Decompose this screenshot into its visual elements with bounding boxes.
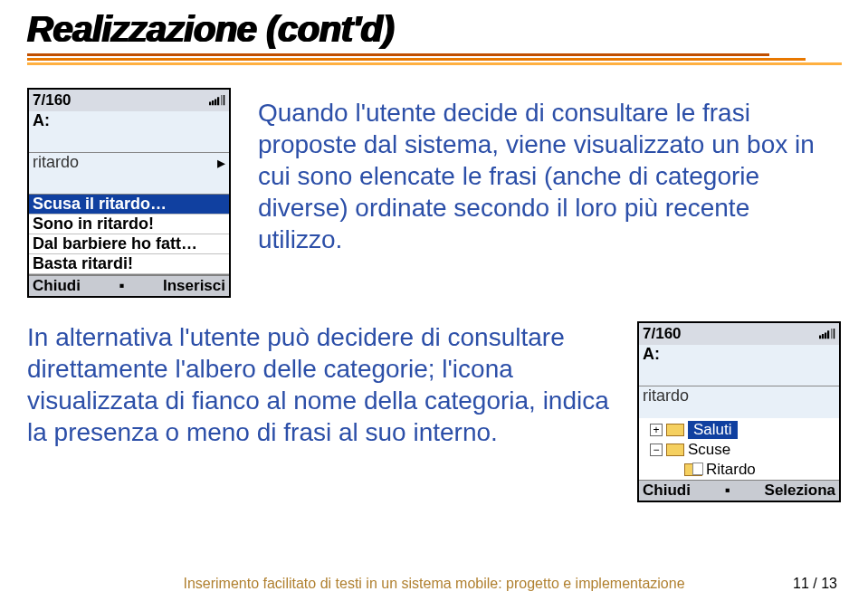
text-input-value: ritardo bbox=[639, 386, 839, 405]
category-tree: + Saluti − Scuse Ritardo bbox=[639, 418, 839, 480]
svg-rect-3 bbox=[217, 97, 219, 105]
softkey-left[interactable]: Chiudi bbox=[33, 277, 81, 295]
svg-rect-1 bbox=[212, 100, 214, 105]
text-input-value: ritardo▸ bbox=[29, 153, 229, 172]
tree-row: − Scuse bbox=[641, 440, 839, 460]
svg-rect-8 bbox=[825, 333, 826, 339]
tree-label[interactable]: Ritardo bbox=[706, 461, 756, 479]
tree-label-selected[interactable]: Saluti bbox=[688, 421, 738, 439]
phrase-list: Scusa il ritardo… Sono in ritardo! Dal b… bbox=[29, 194, 229, 275]
phone-screenshot-left: 7/160 A: ritardo▸ Scusa il ritardo… Sono… bbox=[27, 88, 231, 298]
softkey-left[interactable]: Chiudi bbox=[643, 482, 691, 500]
softkey-right[interactable]: Inserisci bbox=[163, 277, 225, 295]
title-rule bbox=[27, 53, 841, 66]
folder-icon bbox=[666, 424, 684, 436]
softkey-bar: Chiudi ▪ Seleziona bbox=[639, 480, 839, 501]
phone-screenshot-right: 7/160 A: ritardo + Saluti − bbox=[637, 321, 841, 502]
collapse-icon[interactable]: − bbox=[650, 444, 663, 456]
paragraph-1: Quando l'utente decide di consultare le … bbox=[258, 88, 841, 298]
softkey-mid-icon: ▪ bbox=[691, 482, 765, 500]
svg-rect-11 bbox=[834, 329, 835, 339]
folder-with-file-icon bbox=[684, 463, 702, 476]
status-icons bbox=[209, 94, 225, 107]
tree-row: + Saluti bbox=[641, 420, 839, 440]
svg-rect-2 bbox=[215, 100, 216, 106]
list-item: Sono in ritardo! bbox=[29, 215, 229, 234]
softkey-right[interactable]: Seleziona bbox=[765, 482, 835, 500]
slide-title: Realizzazione (cont'd) bbox=[27, 9, 841, 50]
field-label: A: bbox=[639, 345, 839, 364]
svg-rect-5 bbox=[224, 95, 225, 105]
char-count: 7/160 bbox=[643, 325, 682, 343]
status-icons bbox=[819, 328, 835, 340]
softkey-mid-icon: ▪ bbox=[81, 277, 163, 295]
list-item: Basta ritardi! bbox=[29, 254, 229, 274]
page-number: 11 / 13 bbox=[793, 576, 837, 592]
expand-icon[interactable]: + bbox=[650, 424, 663, 436]
svg-rect-9 bbox=[827, 330, 829, 339]
svg-rect-4 bbox=[222, 95, 223, 105]
char-count: 7/160 bbox=[33, 91, 72, 110]
status-bar: 7/160 bbox=[29, 90, 229, 111]
list-item: Dal barbiere ho fatt… bbox=[29, 234, 229, 254]
list-item: Scusa il ritardo… bbox=[29, 195, 229, 215]
svg-rect-0 bbox=[209, 102, 211, 106]
paragraph-2: In alternativa l'utente può decidere di … bbox=[27, 321, 621, 448]
svg-rect-7 bbox=[822, 334, 824, 339]
tree-row: Ritardo bbox=[641, 460, 839, 480]
status-bar: 7/160 bbox=[639, 323, 839, 345]
svg-rect-10 bbox=[832, 329, 833, 339]
folder-icon bbox=[666, 444, 684, 456]
caret-icon: ▸ bbox=[217, 153, 225, 173]
footer-text: Inserimento facilitato di testi in un si… bbox=[0, 576, 868, 592]
softkey-bar: Chiudi ▪ Inserisci bbox=[29, 275, 229, 296]
field-label: A: bbox=[29, 111, 229, 130]
tree-label[interactable]: Scuse bbox=[688, 441, 730, 459]
svg-rect-6 bbox=[819, 336, 821, 339]
